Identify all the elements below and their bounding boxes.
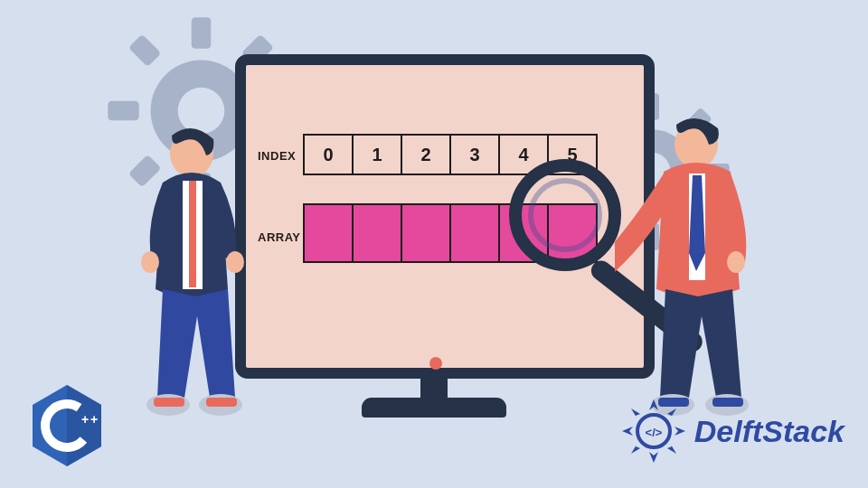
svg-text:+: + — [90, 412, 98, 427]
index-cell: 4 — [498, 136, 547, 174]
person-left-illustration — [108, 127, 271, 425]
index-cell: 1 — [352, 136, 401, 174]
svg-point-27 — [226, 251, 244, 273]
svg-point-26 — [141, 251, 159, 273]
svg-rect-30 — [154, 398, 184, 407]
svg-rect-25 — [189, 181, 196, 287]
array-cell — [401, 205, 449, 261]
svg-rect-4 — [108, 101, 138, 121]
index-cell: 2 — [401, 136, 449, 174]
svg-rect-31 — [206, 398, 237, 407]
array-cell — [547, 205, 596, 261]
array-cell — [449, 205, 498, 261]
delftstack-logo-icon: </> — [620, 398, 687, 465]
monitor-power-button — [429, 357, 442, 370]
index-cell: 0 — [305, 136, 352, 174]
svg-point-35 — [727, 251, 745, 273]
array-row — [303, 203, 598, 263]
svg-rect-2 — [192, 17, 212, 48]
delftstack-brand: </> DelftStack — [620, 398, 844, 465]
delftstack-text: DelftStack — [694, 414, 844, 449]
monitor-stand — [362, 398, 506, 418]
svg-text:</>: </> — [645, 426, 662, 439]
person-right-illustration — [615, 117, 796, 425]
array-cell — [352, 205, 401, 261]
index-cell: 3 — [449, 136, 498, 174]
cpp-logo-icon: + + — [29, 383, 105, 468]
svg-rect-6 — [128, 34, 161, 67]
array-cell — [498, 205, 547, 261]
svg-text:+: + — [81, 412, 89, 427]
index-cell: 5 — [547, 136, 596, 174]
array-cell — [305, 205, 352, 261]
index-row: 0 1 2 3 4 5 — [303, 134, 598, 175]
